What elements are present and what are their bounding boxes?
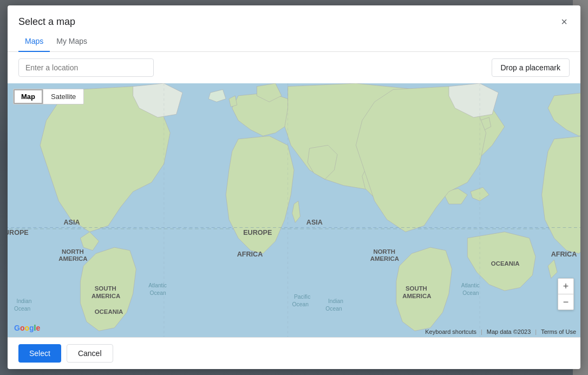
svg-text:AMERICA: AMERICA: [58, 255, 87, 262]
google-logo-e: e: [36, 324, 40, 332]
svg-text:Atlantic: Atlantic: [461, 282, 480, 288]
map-toggle-satellite[interactable]: Satellite: [43, 89, 83, 104]
dialog-footer: Select Cancel: [8, 337, 580, 369]
svg-text:SOUTH: SOUTH: [406, 285, 427, 292]
close-button[interactable]: ×: [559, 14, 570, 29]
zoom-out-button[interactable]: −: [558, 294, 573, 310]
svg-text:Ocean: Ocean: [462, 290, 479, 296]
svg-text:OCEANIA: OCEANIA: [491, 260, 520, 267]
svg-text:AFRICA: AFRICA: [551, 251, 577, 258]
svg-text:OCEANIA: OCEANIA: [95, 308, 123, 315]
search-row: Drop a placemark: [8, 52, 580, 83]
google-logo: Google: [14, 323, 40, 333]
google-logo-o2: o: [24, 324, 29, 332]
svg-text:AMERICA: AMERICA: [92, 293, 120, 299]
tab-maps[interactable]: Maps: [18, 31, 50, 52]
select-button[interactable]: Select: [18, 344, 61, 363]
keyboard-shortcuts-link[interactable]: Keyboard shortcuts: [425, 328, 476, 335]
zoom-controls: + −: [558, 278, 574, 310]
map-type-toggle: Map Satellite: [13, 89, 84, 104]
google-logo-g: G: [14, 324, 20, 332]
svg-text:SOUTH: SOUTH: [95, 285, 116, 292]
tab-my-maps[interactable]: My Maps: [50, 31, 94, 52]
dialog-title: Select a map: [18, 16, 75, 28]
location-input[interactable]: [18, 58, 154, 77]
svg-text:EUROPE: EUROPE: [243, 229, 272, 236]
svg-text:ASIA: ASIA: [306, 219, 323, 226]
map-data-label: Map data ©2023: [487, 328, 531, 335]
svg-text:Ocean: Ocean: [325, 306, 342, 312]
map-container: Map Satellite: [8, 83, 580, 337]
svg-text:Ocean: Ocean: [149, 290, 166, 296]
svg-text:AFRICA: AFRICA: [237, 251, 263, 258]
svg-text:ASIA: ASIA: [63, 219, 80, 226]
svg-text:AMERICA: AMERICA: [402, 293, 431, 299]
svg-text:Pacific: Pacific: [294, 294, 310, 300]
map-toggle-map[interactable]: Map: [14, 89, 43, 104]
svg-text:NORTH: NORTH: [62, 248, 84, 255]
tabs-bar: Maps My Maps: [8, 31, 580, 52]
svg-text:Indian: Indian: [17, 298, 32, 304]
google-logo-g2: g: [29, 324, 34, 332]
map-footer: Keyboard shortcuts | Map data ©2023 | Te…: [425, 328, 576, 335]
svg-text:Ocean: Ocean: [14, 306, 31, 312]
cancel-button[interactable]: Cancel: [67, 344, 113, 363]
svg-text:Indian: Indian: [328, 298, 343, 304]
dialog-header: Select a map ×: [8, 5, 580, 29]
svg-text:NORTH: NORTH: [373, 248, 395, 255]
svg-text:Ocean: Ocean: [292, 301, 309, 307]
zoom-in-button[interactable]: +: [558, 279, 573, 294]
svg-text:EUROPE: EUROPE: [8, 229, 29, 236]
drop-placemark-button[interactable]: Drop a placemark: [492, 58, 570, 77]
world-map-svg: EUROPE ASIA AFRICA NORTH AMERICA SOUTH A…: [8, 83, 580, 337]
svg-text:AMERICA: AMERICA: [370, 255, 399, 262]
select-map-dialog: Select a map × Maps My Maps Drop a place…: [8, 5, 580, 369]
terms-link[interactable]: Terms of Use: [541, 328, 576, 335]
